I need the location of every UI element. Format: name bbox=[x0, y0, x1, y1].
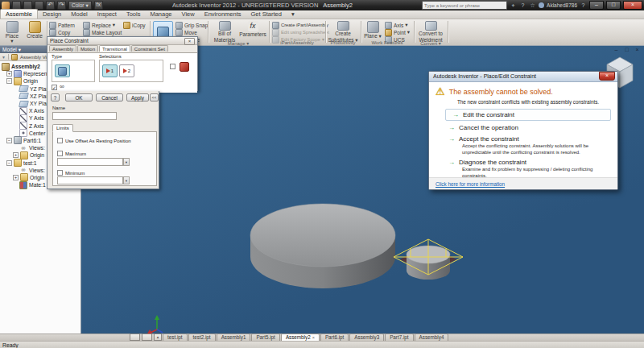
tab-design[interactable]: Design bbox=[38, 10, 66, 19]
collapse-icon[interactable]: − bbox=[6, 138, 12, 143]
doc-tab-part7-ipt[interactable]: Part7.ipt bbox=[385, 334, 413, 341]
second-selection-button[interactable]: 2 bbox=[119, 64, 134, 77]
group-label-convert[interactable]: Convert ▾ bbox=[415, 40, 447, 46]
doc-minimize-icon[interactable]: – bbox=[613, 47, 620, 52]
place-constraint-titlebar[interactable]: Place Constraint × bbox=[47, 37, 197, 45]
tab-assembly[interactable]: Assembly bbox=[49, 45, 76, 52]
option-cancel-operation[interactable]: → Cancel the operation bbox=[448, 124, 611, 131]
create-button[interactable]: Create bbox=[24, 20, 45, 44]
chevron-down-icon: ▾ bbox=[407, 29, 410, 35]
place-button[interactable]: Place ▾ bbox=[2, 20, 23, 44]
plane-icon bbox=[19, 93, 29, 99]
minimum-input[interactable] bbox=[57, 176, 123, 184]
filter-icon[interactable]: ▼ bbox=[2, 55, 6, 60]
pick-part-first-checkbox[interactable] bbox=[170, 64, 175, 69]
doc-tab-assembly2-active[interactable]: Assembly2× bbox=[281, 334, 320, 341]
undo-icon[interactable]: ↶ bbox=[46, 1, 55, 10]
option-accept-constraint[interactable]: → Accept the constraint bbox=[448, 135, 611, 143]
limits-tab[interactable]: Limits bbox=[52, 124, 73, 132]
expand-icon[interactable]: + bbox=[6, 71, 12, 77]
pattern-button[interactable]: Pattern bbox=[49, 22, 75, 28]
show-preview-checkbox[interactable]: ✓ bbox=[52, 85, 57, 90]
axis-button[interactable]: Axis ▾ bbox=[385, 22, 408, 28]
tab-assemble[interactable]: Assemble bbox=[0, 9, 38, 19]
cancel-button[interactable]: Cancel bbox=[96, 93, 123, 102]
constraint-selection-highlight bbox=[394, 239, 463, 275]
error-dialog-titlebar[interactable]: Autodesk Inventor - Place/Edit Constrain… bbox=[429, 72, 617, 82]
create-ipart-button[interactable]: Create iPart/iAssembly bbox=[272, 22, 328, 28]
minimize-button[interactable]: – bbox=[589, 1, 604, 10]
maximum-spinner[interactable]: ▾ bbox=[123, 158, 130, 166]
minimum-spinner[interactable]: ▾ bbox=[123, 176, 130, 184]
use-offset-checkbox[interactable] bbox=[57, 138, 63, 143]
help-links-icon[interactable]: ? bbox=[519, 2, 526, 9]
tab-model[interactable]: Model bbox=[66, 10, 92, 19]
dialog-close-button[interactable]: × bbox=[184, 38, 195, 45]
large-cylinder-top[interactable] bbox=[250, 204, 395, 267]
make-layout-button[interactable]: Make Layout bbox=[83, 29, 122, 35]
doc-tab-test2-ipt[interactable]: test2.ipt bbox=[188, 334, 216, 341]
maximize-button[interactable]: □ bbox=[606, 1, 621, 10]
warning-icon: ⚠ bbox=[436, 86, 445, 97]
parameters-fx-icon[interactable]: fx bbox=[94, 1, 103, 10]
dialog-help-button[interactable]: ? bbox=[51, 93, 60, 102]
ok-button[interactable]: OK bbox=[65, 93, 93, 102]
first-selection-button[interactable]: 1 bbox=[102, 64, 118, 77]
point-button[interactable]: Point ▾ bbox=[385, 29, 410, 35]
redo-icon[interactable]: ↷ bbox=[57, 1, 66, 10]
doc-tab-assembly3[interactable]: Assembly3 bbox=[349, 334, 384, 341]
apply-button[interactable]: Apply bbox=[126, 93, 149, 102]
cascade-windows-icon[interactable] bbox=[130, 334, 140, 341]
doc-restore-icon[interactable]: □ bbox=[623, 47, 630, 52]
expand-icon[interactable]: + bbox=[13, 152, 19, 158]
tab-transitional[interactable]: Transitional bbox=[99, 45, 130, 52]
doc-close-icon[interactable]: × bbox=[634, 47, 641, 52]
minimum-checkbox[interactable] bbox=[57, 170, 63, 176]
maximum-checkbox[interactable] bbox=[57, 151, 63, 156]
option-diagnose-constraint[interactable]: → Diagnose the constraint bbox=[448, 159, 611, 166]
tab-list-dropdown-icon[interactable]: ▴ bbox=[154, 334, 162, 341]
doc-tab-assembly4[interactable]: Assembly4 bbox=[415, 334, 449, 341]
collapse-icon[interactable]: − bbox=[6, 78, 12, 84]
username[interactable]: Aklahed8786 bbox=[547, 2, 577, 8]
tab-view[interactable]: View bbox=[177, 10, 200, 19]
tile-windows-icon[interactable] bbox=[142, 334, 152, 341]
group-label-manage[interactable]: Manage ▾ bbox=[211, 40, 266, 46]
tab-motion[interactable]: Motion bbox=[77, 45, 98, 52]
tab-close-icon[interactable]: × bbox=[312, 335, 315, 340]
search-input[interactable] bbox=[422, 1, 507, 10]
error-dialog-close-button[interactable]: × bbox=[599, 72, 615, 81]
icopy-button[interactable]: iCopy bbox=[123, 22, 146, 28]
grip-snap-button[interactable]: Grip Snap bbox=[175, 22, 208, 28]
name-input[interactable] bbox=[52, 112, 117, 120]
inventor-logo-icon[interactable] bbox=[2, 2, 10, 10]
document-tab-bar: ▴ test.ipt test2.ipt Assembly1 Part5.ipt… bbox=[0, 334, 644, 341]
doc-tab-test-ipt[interactable]: test.ipt bbox=[163, 334, 188, 341]
color-dropdown[interactable]: Color ▾ bbox=[68, 1, 92, 10]
collapse-icon[interactable]: − bbox=[6, 160, 12, 166]
transitional-type-button[interactable] bbox=[55, 64, 70, 77]
ribbon-options-icon[interactable]: ▾ bbox=[287, 10, 299, 19]
tab-constraint-set[interactable]: Constraint Set bbox=[131, 45, 168, 52]
tab-inspect[interactable]: Inspect bbox=[93, 10, 122, 19]
more-information-link[interactable]: Click here for more information bbox=[436, 181, 505, 187]
copy-button[interactable]: Copy bbox=[49, 29, 70, 35]
user-avatar-icon[interactable] bbox=[539, 2, 544, 8]
tab-tools[interactable]: Tools bbox=[122, 10, 146, 19]
close-button[interactable]: × bbox=[623, 1, 642, 10]
search-icon[interactable]: ⌖ bbox=[510, 2, 517, 9]
maximum-input[interactable] bbox=[57, 158, 123, 166]
tab-environments[interactable]: Environments bbox=[200, 10, 246, 19]
tab-get-started[interactable]: Get Started bbox=[246, 10, 287, 19]
help-icon[interactable]: ? bbox=[580, 2, 587, 9]
option-edit-constraint[interactable]: → Edit the constraint bbox=[445, 109, 611, 121]
replace-button[interactable]: Replace ▾ bbox=[83, 22, 115, 28]
doc-tab-part5-ipt[interactable]: Part5.ipt bbox=[251, 334, 279, 341]
expand-icon[interactable]: + bbox=[13, 175, 19, 180]
doc-tab-part6-ipt[interactable]: Part6.ipt bbox=[320, 334, 349, 341]
doc-tab-assembly1[interactable]: Assembly1 bbox=[217, 334, 251, 341]
favorites-star-icon[interactable]: ☆ bbox=[529, 2, 536, 9]
tab-manage[interactable]: Manage bbox=[145, 10, 176, 19]
collapse-more-button[interactable]: << bbox=[150, 93, 159, 102]
move-button[interactable]: Move bbox=[175, 29, 197, 35]
